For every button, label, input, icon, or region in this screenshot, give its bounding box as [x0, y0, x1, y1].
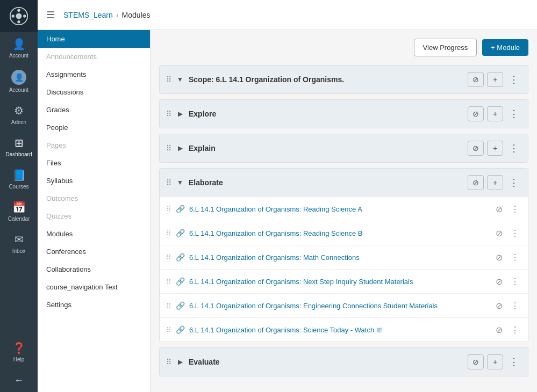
module-explain-add-btn[interactable]: +	[487, 141, 503, 156]
module-explain-toggle[interactable]: ▶	[176, 144, 184, 152]
nav-item-quizzes[interactable]: Quizzes	[38, 207, 150, 225]
module-explain-unpublish-btn[interactable]: ⊘	[468, 141, 484, 156]
sidebar-bottom: ❓ Help ←	[0, 336, 38, 392]
nav-item-syllabus[interactable]: Syllabus	[38, 172, 150, 190]
sidebar-item-account[interactable]: 👤 Account	[0, 32, 38, 64]
module-explore-toggle[interactable]: ▶	[176, 110, 184, 118]
module-evaluate-options-btn[interactable]: ⋮	[506, 354, 521, 369]
item-drag-handle-4[interactable]: ⠿	[166, 278, 171, 286]
item-options-btn-5[interactable]: ⋮	[509, 299, 521, 312]
item-options-btn-6[interactable]: ⋮	[509, 323, 521, 336]
item-options-btn-2[interactable]: ⋮	[509, 227, 521, 239]
item-drag-handle-6[interactable]: ⠿	[166, 326, 171, 334]
nav-item-pages[interactable]: Pages	[38, 136, 150, 154]
module-scope-options-btn[interactable]: ⋮	[506, 72, 521, 87]
item-options-btn-1[interactable]: ⋮	[509, 202, 521, 215]
link-icon-5: 🔗	[176, 301, 185, 310]
module-elaborate-unpublish-btn[interactable]: ⊘	[468, 175, 484, 190]
module-explore-add-btn[interactable]: +	[487, 106, 503, 121]
sidebar-item-account2[interactable]: 👤 Account	[0, 64, 38, 99]
nav-item-home[interactable]: Home	[38, 30, 150, 48]
unpublish-icon: ⊘	[472, 75, 479, 84]
module-scope-toggle[interactable]: ▼	[176, 76, 184, 83]
item-drag-handle-3[interactable]: ⠿	[166, 253, 171, 262]
module-explore-drag-handle[interactable]: ⠿	[166, 110, 171, 118]
unpublish-icon-explain: ⊘	[472, 144, 479, 153]
add-module-button[interactable]: + Module	[482, 39, 528, 56]
nav-item-announcements[interactable]: Announcements	[38, 48, 150, 66]
nav-item-conferences[interactable]: Conferences	[38, 243, 150, 260]
nav-item-discussions[interactable]: Discussions	[38, 83, 150, 101]
item-unpublish-btn-5[interactable]: ⊘	[492, 299, 505, 312]
nav-item-grades[interactable]: Grades	[38, 101, 150, 119]
sidebar-item-inbox[interactable]: ✉ Inbox	[0, 228, 38, 260]
item-unpublish-btn-4[interactable]: ⊘	[492, 275, 505, 288]
module-scope: ⠿ ▼ Scope: 6.L 14.1 Organization of Orga…	[159, 65, 528, 94]
sidebar-item-calendar[interactable]: 📅 Calendar	[0, 195, 38, 228]
item-unpublish-btn-2[interactable]: ⊘	[492, 227, 505, 239]
nav-item-course-nav-text[interactable]: course_navigation Text	[38, 278, 150, 296]
module-evaluate-unpublish-btn[interactable]: ⊘	[468, 354, 484, 369]
module-elaborate: ⠿ ▼ Elaborate ⊘ + ⋮	[159, 168, 528, 342]
module-item-1: ⠿ 🔗 6.L 14.1 Organization of Organisms: …	[160, 197, 528, 221]
module-scope-add-btn[interactable]: +	[487, 72, 503, 87]
module-scope-drag-handle[interactable]: ⠿	[166, 75, 171, 84]
module-explain-options-btn[interactable]: ⋮	[506, 141, 521, 156]
item-unpublish-btn-3[interactable]: ⊘	[492, 251, 505, 264]
module-evaluate-add-btn[interactable]: +	[487, 354, 503, 369]
module-elaborate-options-btn[interactable]: ⋮	[506, 175, 521, 190]
nav-item-files[interactable]: Files	[38, 154, 150, 172]
item-title-1[interactable]: 6.L 14.1 Organization of Organisms: Read…	[189, 205, 488, 213]
item-title-5[interactable]: 6.L 14.1 Organization of Organisms: Engi…	[189, 302, 488, 310]
module-explore-unpublish-btn[interactable]: ⊘	[468, 106, 484, 121]
module-action-bar: View Progress + Module	[159, 39, 528, 56]
nav-item-assignments[interactable]: Assignments	[38, 66, 150, 83]
nav-item-people[interactable]: People	[38, 119, 150, 136]
item-unpublish-btn-1[interactable]: ⊘	[492, 202, 505, 215]
item-options-btn-3[interactable]: ⋮	[509, 251, 521, 264]
nav-item-settings[interactable]: Settings	[38, 296, 150, 314]
item-unpublish-btn-6[interactable]: ⊘	[492, 323, 505, 336]
module-elaborate-add-btn[interactable]: +	[487, 175, 503, 190]
module-evaluate-toggle[interactable]: ▶	[176, 358, 184, 366]
sidebar-collapse-button[interactable]: ←	[0, 368, 38, 392]
svg-point-4	[12, 14, 15, 17]
module-evaluate-drag-handle[interactable]: ⠿	[166, 358, 171, 366]
sidebar-item-help[interactable]: ❓ Help	[0, 336, 38, 368]
item-title-3[interactable]: 6.L 14.1 Organization of Organisms: Math…	[189, 253, 488, 262]
nav-item-modules[interactable]: Modules	[38, 225, 150, 243]
add-icon: +	[493, 75, 497, 84]
item-options-btn-4[interactable]: ⋮	[509, 275, 521, 288]
sidebar-item-admin[interactable]: ⚙ Admin	[0, 99, 38, 131]
item-title-6[interactable]: 6.L 14.1 Organization of Organisms: Scie…	[189, 326, 488, 334]
item-title-2[interactable]: 6.L 14.1 Organization of Organisms: Read…	[189, 229, 488, 237]
sidebar-item-account-label: Account	[9, 53, 28, 59]
module-elaborate-toggle[interactable]: ▼	[176, 179, 184, 186]
content-layout: Home Announcements Assignments Discussio…	[38, 30, 537, 392]
svg-point-5	[23, 14, 26, 17]
hamburger-icon[interactable]: ☰	[46, 9, 55, 21]
item-drag-handle-5[interactable]: ⠿	[166, 302, 171, 310]
sidebar-item-courses-label: Courses	[9, 184, 28, 190]
item-title-4[interactable]: 6.L 14.1 Organization of Organisms: Next…	[189, 278, 488, 286]
module-elaborate-header: ⠿ ▼ Elaborate ⊘ + ⋮	[160, 169, 528, 197]
sidebar: 👤 Account 👤 Account ⚙ Admin ⊞ Dashboard …	[0, 0, 38, 392]
sidebar-item-dashboard[interactable]: ⊞ Dashboard	[0, 131, 38, 163]
item-drag-handle-1[interactable]: ⠿	[166, 205, 171, 213]
nav-item-outcomes[interactable]: Outcomes	[38, 190, 150, 207]
sidebar-item-courses[interactable]: 📘 Courses	[0, 163, 38, 195]
view-progress-button[interactable]: View Progress	[414, 39, 477, 56]
nav-item-collaborations[interactable]: Collaborations	[38, 260, 150, 278]
admin-icon: ⚙	[14, 104, 24, 117]
module-elaborate-drag-handle[interactable]: ⠿	[166, 178, 171, 187]
module-scope-unpublish-btn[interactable]: ⊘	[468, 72, 484, 87]
module-explain-drag-handle[interactable]: ⠿	[166, 144, 171, 153]
module-explore-options-btn[interactable]: ⋮	[506, 106, 521, 121]
item-actions-1: ⊘ ⋮	[492, 202, 521, 215]
dots-icon-elaborate: ⋮	[509, 177, 519, 188]
breadcrumb-parent-link[interactable]: STEMS_Learn	[63, 11, 113, 19]
module-explore-header: ⠿ ▶ Explore ⊘ + ⋮	[160, 100, 528, 128]
item-drag-handle-2[interactable]: ⠿	[166, 229, 171, 237]
link-icon-2: 🔗	[176, 229, 185, 237]
module-explore-title: Explore	[189, 110, 463, 118]
